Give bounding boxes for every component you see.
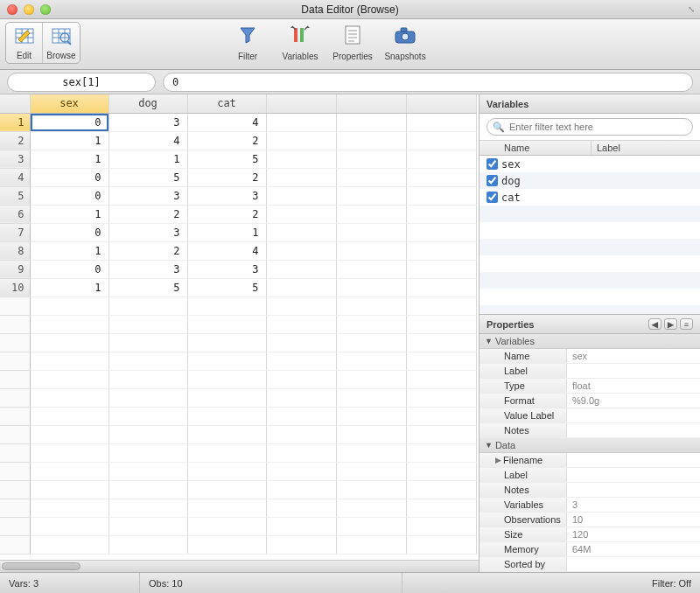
varlist-col-label[interactable]: Label [592,141,700,155]
data-cell-empty[interactable] [266,407,336,425]
data-cell-empty[interactable] [336,260,406,278]
data-cell-empty[interactable] [406,425,476,443]
data-cell[interactable]: 1 [30,241,108,260]
variable-checkbox[interactable] [486,192,498,203]
properties-row[interactable]: Observations10 [480,513,700,527]
row-number[interactable]: 2 [0,131,30,150]
data-cell-empty[interactable] [108,443,187,462]
data-cell-empty[interactable] [187,499,266,517]
data-cell-empty[interactable] [187,333,266,352]
filter-button[interactable]: Filter [229,22,266,64]
variables-filter-input[interactable] [509,122,687,132]
variable-row[interactable]: dog [480,172,700,189]
data-cell-empty[interactable] [336,407,406,425]
data-cell-empty[interactable] [266,315,336,333]
data-cell-empty[interactable] [108,333,187,352]
data-cell-empty[interactable] [406,278,476,296]
properties-row[interactable]: ▶Filename [480,453,700,468]
data-cell[interactable]: 5 [108,278,187,296]
data-cell-empty[interactable] [406,113,476,131]
data-cell-empty[interactable] [187,296,266,315]
varlist-col-name[interactable]: Name [499,141,592,155]
data-cell-empty[interactable] [406,352,476,370]
data-cell-empty[interactable] [266,443,336,462]
data-cell-empty[interactable] [266,480,336,499]
data-cell-empty[interactable] [108,480,187,499]
data-cell-empty[interactable] [266,223,336,241]
data-cell-empty[interactable] [336,352,406,370]
data-cell-empty[interactable] [187,535,266,554]
data-cell-empty[interactable] [266,186,336,205]
data-cell-empty[interactable] [336,480,406,499]
data-cell[interactable]: 5 [187,150,266,168]
data-cell-empty[interactable] [266,205,336,223]
data-cell-empty[interactable] [336,168,406,186]
data-cell[interactable]: 1 [30,205,108,223]
data-cell-empty[interactable] [406,443,476,462]
data-cell-empty[interactable] [406,517,476,535]
data-cell-empty[interactable] [266,168,336,186]
col-header[interactable]: dog [108,94,187,113]
data-cell-empty[interactable] [187,352,266,370]
data-cell-empty[interactable] [30,407,108,425]
data-cell-empty[interactable] [406,333,476,352]
col-header[interactable]: sex [30,94,108,113]
row-number-empty[interactable] [0,443,30,462]
properties-row[interactable]: Variables3 [480,498,700,513]
data-cell-empty[interactable] [406,205,476,223]
data-cell[interactable]: 2 [187,205,266,223]
row-number[interactable]: 3 [0,150,30,168]
col-header[interactable]: cat [187,94,266,113]
data-cell-empty[interactable] [187,443,266,462]
data-cell-empty[interactable] [30,462,108,480]
row-number[interactable]: 7 [0,223,30,241]
properties-row[interactable]: Label [480,364,700,379]
data-cell-empty[interactable] [30,315,108,333]
row-number[interactable]: 5 [0,186,30,205]
properties-row[interactable]: Label [480,468,700,483]
cell-address-input[interactable]: sex[1] [7,73,156,92]
data-cell-empty[interactable] [108,425,187,443]
data-cell-empty[interactable] [406,223,476,241]
data-cell[interactable]: 3 [108,186,187,205]
data-cell-empty[interactable] [336,131,406,150]
data-cell-empty[interactable] [187,407,266,425]
data-cell[interactable]: 3 [187,260,266,278]
data-cell-empty[interactable] [406,535,476,554]
data-cell-empty[interactable] [108,315,187,333]
expand-icon[interactable]: ⤡ [688,4,695,14]
data-cell[interactable]: 0 [30,168,108,186]
data-cell[interactable]: 1 [30,150,108,168]
data-cell-empty[interactable] [406,407,476,425]
data-cell-empty[interactable] [336,388,406,407]
row-number-empty[interactable] [0,535,30,554]
data-cell-empty[interactable] [266,535,336,554]
data-cell[interactable]: 0 [30,260,108,278]
properties-row[interactable]: Notes [480,483,700,498]
horizontal-scrollbar[interactable] [0,560,479,572]
properties-row[interactable]: Namesex [480,349,700,364]
data-cell-empty[interactable] [266,260,336,278]
data-cell-empty[interactable] [406,480,476,499]
data-cell-empty[interactable] [406,150,476,168]
properties-row[interactable]: Memory64M [480,542,700,557]
data-cell-empty[interactable] [266,462,336,480]
data-cell[interactable]: 0 [30,186,108,205]
col-header-empty[interactable] [406,94,476,113]
data-cell-empty[interactable] [108,462,187,480]
col-header-empty[interactable] [266,94,336,113]
data-cell-empty[interactable] [30,517,108,535]
data-cell-empty[interactable] [266,131,336,150]
data-cell-empty[interactable] [266,499,336,517]
variables-button[interactable]: Variables [282,22,318,64]
data-cell-empty[interactable] [336,499,406,517]
data-cell[interactable]: 3 [108,223,187,241]
data-cell-empty[interactable] [108,517,187,535]
data-cell[interactable]: 2 [187,131,266,150]
row-number[interactable]: 4 [0,168,30,186]
data-cell[interactable]: 3 [108,113,187,131]
row-number[interactable]: 6 [0,205,30,223]
data-cell-empty[interactable] [266,150,336,168]
data-cell[interactable]: 2 [108,205,187,223]
data-cell[interactable]: 0 [30,113,108,131]
